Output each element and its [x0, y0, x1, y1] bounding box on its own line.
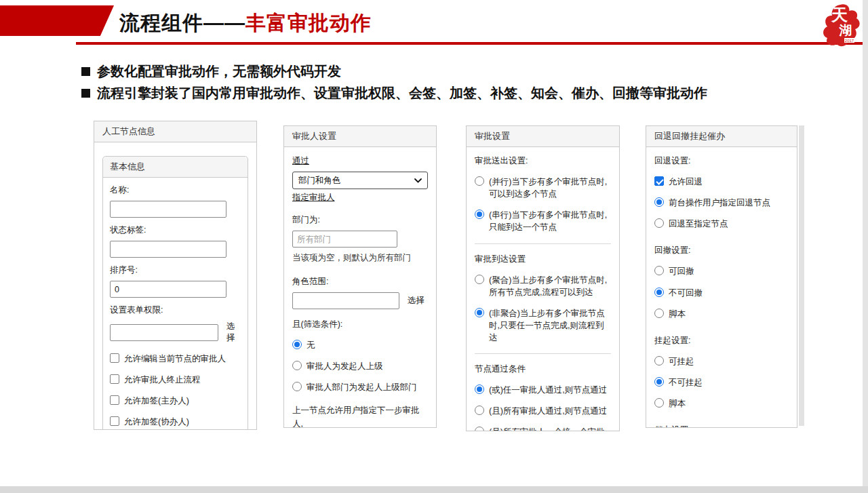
radio-row-user-specified-rollback[interactable]: 前台操作用户指定回退节点	[654, 197, 789, 209]
checkbox[interactable]	[110, 353, 119, 363]
radio-row-parallel[interactable]: (并行)当下步有多个审批节点时,可以到达多个节点	[475, 176, 611, 200]
suspend-label: 挂起设置:	[654, 335, 789, 347]
role-range-choose-button[interactable]: 选择	[408, 295, 425, 307]
radio[interactable]	[475, 427, 484, 431]
radio-row-suspend-script[interactable]: 脚本	[654, 397, 789, 410]
radio-label: 前台操作用户指定回退节点	[669, 197, 770, 209]
radio-label: (且)所有审批人通过,则节点通过	[489, 405, 607, 417]
basic-info-title: 基本信息	[103, 157, 248, 178]
radio[interactable]	[475, 210, 484, 219]
radio-row-rollback-to-specified[interactable]: 回退至指定节点	[654, 218, 789, 230]
form-permission-choose-button[interactable]: 选择	[226, 321, 241, 344]
radio[interactable]	[654, 266, 664, 275]
radio[interactable]	[292, 340, 302, 349]
order-number-label: 排序号:	[110, 264, 241, 276]
role-range-input[interactable]	[292, 292, 399, 309]
via-select[interactable]: 部门和角色	[292, 172, 428, 189]
checkbox-row-allow-addsign-assist[interactable]: 允许加签(协办人)	[110, 416, 241, 428]
radio-label: 审批人部门为发起人上级部门	[307, 381, 417, 393]
slide-edge-bottom	[0, 486, 868, 493]
radio-label: 可回撤	[669, 265, 694, 277]
radio[interactable]	[475, 384, 484, 394]
checkbox-label: 允许审批人终止流程	[124, 374, 201, 386]
radio-row-serial[interactable]: (串行)当下步有多个审批节点时,只能到达一个节点	[475, 209, 611, 233]
panel-approver-settings: 审批人设置 通过 部门和角色 指定审批人 部门为: 当该项为空，则默认为所有部门…	[283, 125, 437, 428]
bullet-item: 参数化配置审批动作，无需额外代码开发	[81, 62, 834, 81]
checkbox-label: 允许回退	[669, 176, 703, 188]
radio-label: 无	[307, 339, 315, 351]
status-tag-input[interactable]	[110, 241, 226, 258]
page-title: 流程组件——丰富审批动作	[119, 9, 372, 37]
checkbox-row-allow-terminate[interactable]: 允许审批人终止流程	[110, 374, 241, 386]
checkbox[interactable]	[110, 416, 119, 426]
order-number-input[interactable]	[110, 281, 226, 298]
radio[interactable]	[654, 309, 664, 318]
checkbox-row-allow-addsign-host[interactable]: 允许加签(主办人)	[110, 395, 241, 407]
checkbox[interactable]	[654, 176, 664, 186]
radio-label: 审批人为发起人上级	[307, 360, 383, 372]
radio[interactable]	[654, 288, 664, 297]
checkbox[interactable]	[110, 374, 119, 384]
slide: 流程组件——丰富审批动作 天 湖 2017 参数化配置审批动作，无需额外代码开发…	[0, 0, 868, 493]
radio-row-can-withdraw[interactable]: 可回撤	[654, 265, 789, 277]
radio[interactable]	[475, 176, 484, 186]
rollback-label: 回退设置:	[654, 155, 789, 167]
radio[interactable]	[654, 197, 664, 207]
radio-row-approver-dept-is-superior[interactable]: 审批人部门为发起人上级部门	[292, 381, 428, 393]
divider	[475, 243, 611, 244]
radio-row-aggregate[interactable]: (聚合)当上步有多个审批节点时,所有节点完成,流程可以到达	[475, 274, 611, 298]
bullet-text: 流程引擎封装了国内常用审批动作、设置审批权限、会签、加签、补签、知会、催办、回撤…	[97, 84, 707, 102]
radio-label: 可挂起	[669, 355, 694, 368]
radio-label: 不可挂起	[669, 376, 703, 389]
radio[interactable]	[654, 218, 664, 228]
checkbox-row-allow-rollback[interactable]: 允许回退	[654, 176, 789, 188]
arrive-label: 审批到达设置	[475, 254, 611, 265]
checkbox[interactable]	[110, 395, 119, 405]
checkbox-label: 允许加签(协办人)	[124, 416, 189, 428]
radio[interactable]	[654, 398, 664, 408]
radio-row-cannot-withdraw[interactable]: 不可回撤	[654, 287, 789, 299]
radio[interactable]	[654, 377, 664, 387]
radio[interactable]	[475, 308, 484, 317]
radio-row-filter-none[interactable]: 无	[292, 339, 428, 351]
radio-row-any-approver[interactable]: (或)任一审批人通过,则节点通过	[475, 384, 611, 396]
bullet-square-icon	[81, 67, 90, 76]
radio[interactable]	[475, 275, 484, 284]
panel4-scroll-gutter	[799, 125, 804, 426]
radio-label: 不可回撤	[669, 287, 703, 299]
radio[interactable]	[654, 356, 664, 366]
checkbox-label: 允许编辑当前节点的审批人	[124, 353, 226, 365]
panel-title: 审批设置	[467, 126, 619, 147]
withdraw-label: 回撤设置:	[654, 245, 789, 256]
radio[interactable]	[292, 361, 302, 370]
radio-label: (且)所有审批人一个接一个审批通过,则节点通过（按顺序审批)	[489, 426, 611, 431]
radio-row-all-approvers[interactable]: (且)所有审批人通过,则节点通过	[475, 405, 611, 417]
radio-row-can-suspend[interactable]: 可挂起	[654, 355, 789, 368]
bullet-square-icon	[81, 89, 90, 98]
radio-row-cannot-suspend[interactable]: 不可挂起	[654, 376, 789, 389]
role-range-label: 角色范围:	[292, 276, 428, 288]
radio-row-non-aggregate[interactable]: (非聚合)当上步有多个审批节点时,只要任一节点完成,则流程到达	[475, 307, 611, 344]
filter-condition-label: 且(筛选条件):	[292, 319, 428, 330]
department-input[interactable]	[292, 231, 397, 248]
radio[interactable]	[475, 406, 484, 415]
radio[interactable]	[292, 382, 302, 391]
checkbox-row-allow-edit-approver[interactable]: 允许编辑当前节点的审批人	[110, 353, 241, 365]
name-input[interactable]	[110, 201, 226, 218]
form-permission-label: 设置表单权限:	[110, 304, 241, 316]
panel-rollback-withdraw-suspend-urge: 回退回撤挂起催办 回退设置: 允许回退 前台操作用户指定回退节点 回退至指定节点…	[646, 125, 797, 428]
company-seal-logo: 天 湖 2017	[822, 4, 861, 49]
radio-row-approver-is-superior[interactable]: 审批人为发起人上级	[292, 360, 428, 372]
radio-label: 脚本	[669, 308, 686, 320]
panel-title: 回退回撤挂起催办	[646, 126, 797, 147]
form-permission-input[interactable]	[110, 324, 218, 341]
radio-label: 回退至指定节点	[669, 218, 728, 230]
status-tag-label: 状态标签:	[110, 224, 241, 236]
logo-char-bottom: 湖	[839, 23, 852, 37]
logo-year: 2017	[845, 39, 854, 43]
radio-label: 脚本	[669, 397, 686, 410]
radio-row-sequential-approvers[interactable]: (且)所有审批人一个接一个审批通过,则节点通过（按顺序审批)	[475, 426, 611, 431]
panel-approval-settings: 审批设置 审批送出设置: (并行)当下步有多个审批节点时,可以到达多个节点 (串…	[466, 125, 620, 431]
radio-row-withdraw-script[interactable]: 脚本	[654, 308, 789, 320]
chevron-down-icon	[414, 178, 422, 183]
